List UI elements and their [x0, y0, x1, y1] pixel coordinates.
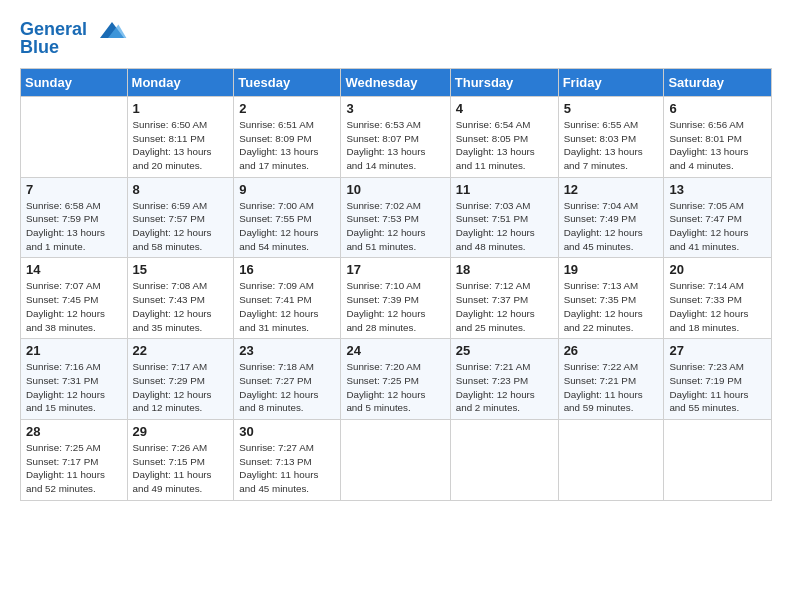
calendar-cell: 1Sunrise: 6:50 AM Sunset: 8:11 PM Daylig…	[127, 96, 234, 177]
day-detail: Sunrise: 7:12 AM Sunset: 7:37 PM Dayligh…	[456, 279, 553, 334]
logo-general: General	[20, 19, 87, 39]
calendar-cell: 6Sunrise: 6:56 AM Sunset: 8:01 PM Daylig…	[664, 96, 772, 177]
day-detail: Sunrise: 6:51 AM Sunset: 8:09 PM Dayligh…	[239, 118, 335, 173]
day-detail: Sunrise: 7:21 AM Sunset: 7:23 PM Dayligh…	[456, 360, 553, 415]
logo-icon	[94, 18, 130, 42]
day-number: 20	[669, 262, 766, 277]
day-number: 7	[26, 182, 122, 197]
day-detail: Sunrise: 7:09 AM Sunset: 7:41 PM Dayligh…	[239, 279, 335, 334]
calendar-cell: 23Sunrise: 7:18 AM Sunset: 7:27 PM Dayli…	[234, 339, 341, 420]
calendar-cell: 22Sunrise: 7:17 AM Sunset: 7:29 PM Dayli…	[127, 339, 234, 420]
day-detail: Sunrise: 6:53 AM Sunset: 8:07 PM Dayligh…	[346, 118, 444, 173]
day-number: 22	[133, 343, 229, 358]
weekday-header-wednesday: Wednesday	[341, 68, 450, 96]
calendar-cell: 8Sunrise: 6:59 AM Sunset: 7:57 PM Daylig…	[127, 177, 234, 258]
weekday-header-sunday: Sunday	[21, 68, 128, 96]
logo: General Blue	[20, 18, 130, 58]
day-detail: Sunrise: 7:23 AM Sunset: 7:19 PM Dayligh…	[669, 360, 766, 415]
calendar-cell: 7Sunrise: 6:58 AM Sunset: 7:59 PM Daylig…	[21, 177, 128, 258]
calendar-cell	[664, 420, 772, 501]
calendar-cell: 30Sunrise: 7:27 AM Sunset: 7:13 PM Dayli…	[234, 420, 341, 501]
weekday-header-tuesday: Tuesday	[234, 68, 341, 96]
day-detail: Sunrise: 7:14 AM Sunset: 7:33 PM Dayligh…	[669, 279, 766, 334]
calendar-cell	[21, 96, 128, 177]
calendar-cell: 26Sunrise: 7:22 AM Sunset: 7:21 PM Dayli…	[558, 339, 664, 420]
day-number: 5	[564, 101, 659, 116]
calendar-cell: 11Sunrise: 7:03 AM Sunset: 7:51 PM Dayli…	[450, 177, 558, 258]
page: General Blue SundayMondayTuesdayWednesda…	[0, 0, 792, 612]
weekday-header-thursday: Thursday	[450, 68, 558, 96]
day-detail: Sunrise: 7:18 AM Sunset: 7:27 PM Dayligh…	[239, 360, 335, 415]
calendar-cell: 20Sunrise: 7:14 AM Sunset: 7:33 PM Dayli…	[664, 258, 772, 339]
calendar-cell	[341, 420, 450, 501]
day-number: 17	[346, 262, 444, 277]
day-detail: Sunrise: 7:04 AM Sunset: 7:49 PM Dayligh…	[564, 199, 659, 254]
day-number: 3	[346, 101, 444, 116]
calendar-cell: 18Sunrise: 7:12 AM Sunset: 7:37 PM Dayli…	[450, 258, 558, 339]
calendar-cell: 3Sunrise: 6:53 AM Sunset: 8:07 PM Daylig…	[341, 96, 450, 177]
calendar-cell: 24Sunrise: 7:20 AM Sunset: 7:25 PM Dayli…	[341, 339, 450, 420]
day-number: 18	[456, 262, 553, 277]
weekday-header-monday: Monday	[127, 68, 234, 96]
calendar-cell: 4Sunrise: 6:54 AM Sunset: 8:05 PM Daylig…	[450, 96, 558, 177]
calendar-cell: 5Sunrise: 6:55 AM Sunset: 8:03 PM Daylig…	[558, 96, 664, 177]
calendar-cell: 13Sunrise: 7:05 AM Sunset: 7:47 PM Dayli…	[664, 177, 772, 258]
calendar-week-1: 1Sunrise: 6:50 AM Sunset: 8:11 PM Daylig…	[21, 96, 772, 177]
day-detail: Sunrise: 7:17 AM Sunset: 7:29 PM Dayligh…	[133, 360, 229, 415]
calendar-cell: 21Sunrise: 7:16 AM Sunset: 7:31 PM Dayli…	[21, 339, 128, 420]
day-detail: Sunrise: 7:10 AM Sunset: 7:39 PM Dayligh…	[346, 279, 444, 334]
day-detail: Sunrise: 7:16 AM Sunset: 7:31 PM Dayligh…	[26, 360, 122, 415]
day-detail: Sunrise: 7:08 AM Sunset: 7:43 PM Dayligh…	[133, 279, 229, 334]
day-number: 15	[133, 262, 229, 277]
day-detail: Sunrise: 6:59 AM Sunset: 7:57 PM Dayligh…	[133, 199, 229, 254]
day-number: 28	[26, 424, 122, 439]
day-detail: Sunrise: 6:56 AM Sunset: 8:01 PM Dayligh…	[669, 118, 766, 173]
day-detail: Sunrise: 7:20 AM Sunset: 7:25 PM Dayligh…	[346, 360, 444, 415]
day-number: 27	[669, 343, 766, 358]
day-detail: Sunrise: 7:13 AM Sunset: 7:35 PM Dayligh…	[564, 279, 659, 334]
calendar-cell: 29Sunrise: 7:26 AM Sunset: 7:15 PM Dayli…	[127, 420, 234, 501]
day-number: 1	[133, 101, 229, 116]
calendar-cell: 10Sunrise: 7:02 AM Sunset: 7:53 PM Dayli…	[341, 177, 450, 258]
calendar-cell: 14Sunrise: 7:07 AM Sunset: 7:45 PM Dayli…	[21, 258, 128, 339]
day-number: 2	[239, 101, 335, 116]
calendar-cell	[558, 420, 664, 501]
day-number: 19	[564, 262, 659, 277]
day-detail: Sunrise: 7:00 AM Sunset: 7:55 PM Dayligh…	[239, 199, 335, 254]
calendar-cell: 19Sunrise: 7:13 AM Sunset: 7:35 PM Dayli…	[558, 258, 664, 339]
calendar-week-5: 28Sunrise: 7:25 AM Sunset: 7:17 PM Dayli…	[21, 420, 772, 501]
calendar-cell: 27Sunrise: 7:23 AM Sunset: 7:19 PM Dayli…	[664, 339, 772, 420]
calendar-cell: 15Sunrise: 7:08 AM Sunset: 7:43 PM Dayli…	[127, 258, 234, 339]
day-detail: Sunrise: 7:03 AM Sunset: 7:51 PM Dayligh…	[456, 199, 553, 254]
calendar-cell: 25Sunrise: 7:21 AM Sunset: 7:23 PM Dayli…	[450, 339, 558, 420]
day-number: 11	[456, 182, 553, 197]
calendar-header-row: SundayMondayTuesdayWednesdayThursdayFrid…	[21, 68, 772, 96]
day-detail: Sunrise: 7:02 AM Sunset: 7:53 PM Dayligh…	[346, 199, 444, 254]
calendar-week-3: 14Sunrise: 7:07 AM Sunset: 7:45 PM Dayli…	[21, 258, 772, 339]
day-number: 9	[239, 182, 335, 197]
day-number: 25	[456, 343, 553, 358]
day-number: 13	[669, 182, 766, 197]
day-detail: Sunrise: 6:58 AM Sunset: 7:59 PM Dayligh…	[26, 199, 122, 254]
day-number: 14	[26, 262, 122, 277]
calendar-week-2: 7Sunrise: 6:58 AM Sunset: 7:59 PM Daylig…	[21, 177, 772, 258]
calendar-table: SundayMondayTuesdayWednesdayThursdayFrid…	[20, 68, 772, 501]
weekday-header-friday: Friday	[558, 68, 664, 96]
day-number: 24	[346, 343, 444, 358]
calendar-cell: 28Sunrise: 7:25 AM Sunset: 7:17 PM Dayli…	[21, 420, 128, 501]
day-detail: Sunrise: 7:07 AM Sunset: 7:45 PM Dayligh…	[26, 279, 122, 334]
day-detail: Sunrise: 6:54 AM Sunset: 8:05 PM Dayligh…	[456, 118, 553, 173]
day-detail: Sunrise: 7:22 AM Sunset: 7:21 PM Dayligh…	[564, 360, 659, 415]
day-number: 29	[133, 424, 229, 439]
day-number: 16	[239, 262, 335, 277]
calendar-week-4: 21Sunrise: 7:16 AM Sunset: 7:31 PM Dayli…	[21, 339, 772, 420]
calendar-cell: 9Sunrise: 7:00 AM Sunset: 7:55 PM Daylig…	[234, 177, 341, 258]
day-number: 26	[564, 343, 659, 358]
day-detail: Sunrise: 6:55 AM Sunset: 8:03 PM Dayligh…	[564, 118, 659, 173]
header: General Blue	[20, 18, 772, 58]
day-detail: Sunrise: 7:26 AM Sunset: 7:15 PM Dayligh…	[133, 441, 229, 496]
day-detail: Sunrise: 7:27 AM Sunset: 7:13 PM Dayligh…	[239, 441, 335, 496]
day-number: 23	[239, 343, 335, 358]
day-number: 12	[564, 182, 659, 197]
day-detail: Sunrise: 6:50 AM Sunset: 8:11 PM Dayligh…	[133, 118, 229, 173]
